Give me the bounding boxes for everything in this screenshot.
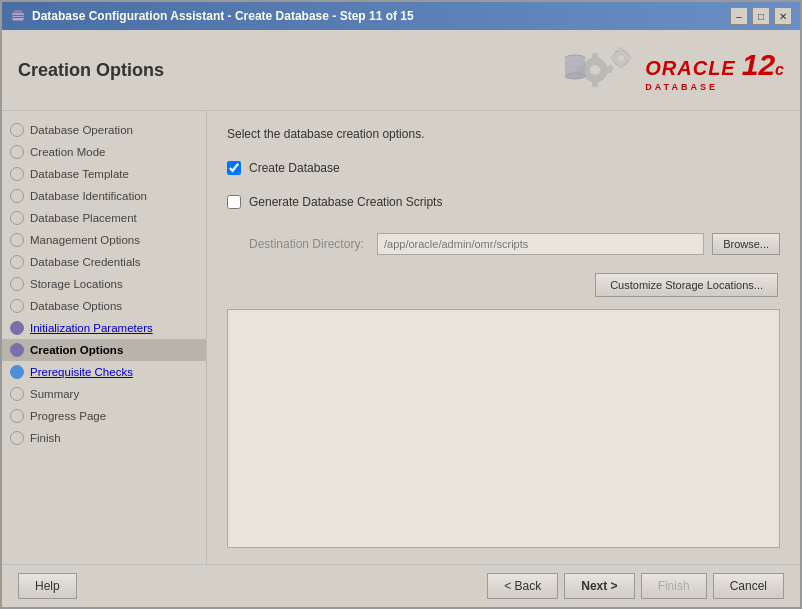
sidebar-item-prerequisite-checks[interactable]: Prerequisite Checks: [2, 361, 206, 383]
sidebar-item-creation-options: Creation Options: [2, 339, 206, 361]
generate-scripts-label: Generate Database Creation Scripts: [249, 195, 442, 209]
database-text: DATABASE: [645, 82, 718, 92]
content-area: Select the database creation options. Cr…: [207, 111, 800, 564]
version-number: 12: [742, 48, 775, 82]
step-indicator-11: [10, 343, 24, 357]
oracle-text: ORACLE: [645, 57, 735, 80]
sidebar-label-database-template: Database Template: [30, 168, 129, 180]
create-database-row: Create Database: [227, 161, 780, 175]
back-button[interactable]: < Back: [487, 573, 558, 599]
sidebar-item-database-placement: Database Placement: [2, 207, 206, 229]
step-indicator-15: [10, 431, 24, 445]
generate-scripts-checkbox[interactable]: [227, 195, 241, 209]
main-window: Database Configuration Assistant - Creat…: [0, 0, 802, 609]
step-indicator-8: [10, 277, 24, 291]
sidebar-label-database-options: Database Options: [30, 300, 122, 312]
svg-rect-7: [592, 81, 598, 87]
sidebar-item-management-options: Management Options: [2, 229, 206, 251]
step-indicator-14: [10, 409, 24, 423]
customize-storage-button[interactable]: Customize Storage Locations...: [595, 273, 778, 297]
gear-graphic: [565, 40, 645, 100]
oracle-logo: ORACLE 12c DATABASE: [565, 40, 784, 100]
browse-button[interactable]: Browse...: [712, 233, 780, 255]
svg-rect-3: [13, 17, 23, 18]
sidebar-item-initialization-parameters[interactable]: Initialization Parameters: [2, 317, 206, 339]
finish-button[interactable]: Finish: [641, 573, 707, 599]
gear-svg: [565, 40, 645, 100]
maximize-button[interactable]: □: [752, 7, 770, 25]
svg-rect-15: [619, 65, 623, 69]
step-indicator-5: [10, 211, 24, 225]
help-button[interactable]: Help: [18, 573, 77, 599]
generate-scripts-row: Generate Database Creation Scripts: [227, 195, 780, 209]
step-indicator-3: [10, 167, 24, 181]
svg-rect-0: [12, 12, 24, 21]
create-database-label: Create Database: [249, 161, 340, 175]
title-bar-controls: – □ ✕: [730, 7, 792, 25]
page-title: Creation Options: [18, 60, 164, 81]
sidebar-item-creation-mode: Creation Mode: [2, 141, 206, 163]
sidebar-label-database-credentials: Database Credentials: [30, 256, 141, 268]
sidebar-item-summary: Summary: [2, 383, 206, 405]
main-content: Database Operation Creation Mode Databas…: [2, 111, 800, 564]
step-indicator-4: [10, 189, 24, 203]
svg-rect-14: [619, 47, 623, 51]
svg-point-20: [565, 73, 585, 79]
create-database-checkbox[interactable]: [227, 161, 241, 175]
sidebar-item-database-operation: Database Operation: [2, 119, 206, 141]
sidebar-label-progress-page: Progress Page: [30, 410, 106, 422]
step-indicator-2: [10, 145, 24, 159]
step-indicator-1: [10, 123, 24, 137]
step-indicator-6: [10, 233, 24, 247]
svg-point-22: [565, 66, 585, 72]
sidebar-label-storage-locations: Storage Locations: [30, 278, 123, 290]
sidebar-item-storage-locations: Storage Locations: [2, 273, 206, 295]
svg-point-13: [618, 55, 624, 61]
sidebar-item-database-template: Database Template: [2, 163, 206, 185]
sidebar-label-creation-options: Creation Options: [30, 344, 123, 356]
app-icon: [10, 8, 26, 24]
version-suffix: c: [775, 61, 784, 79]
footer-right: < Back Next > Finish Cancel: [487, 573, 784, 599]
svg-rect-6: [592, 53, 598, 59]
step-indicator-9: [10, 299, 24, 313]
cancel-button[interactable]: Cancel: [713, 573, 784, 599]
header-section: Creation Options: [2, 30, 800, 111]
sidebar-label-summary: Summary: [30, 388, 79, 400]
step-indicator-7: [10, 255, 24, 269]
sidebar-label-database-operation: Database Operation: [30, 124, 133, 136]
sidebar: Database Operation Creation Mode Databas…: [2, 111, 207, 564]
title-bar-left: Database Configuration Assistant - Creat…: [10, 8, 414, 24]
svg-rect-16: [628, 56, 632, 60]
title-bar-text: Database Configuration Assistant - Creat…: [32, 9, 414, 23]
destination-label: Destination Directory:: [249, 237, 369, 251]
footer: Help < Back Next > Finish Cancel: [2, 564, 800, 607]
log-area: [227, 309, 780, 548]
sidebar-item-finish: Finish: [2, 427, 206, 449]
sidebar-label-prerequisite-checks: Prerequisite Checks: [30, 366, 133, 378]
sidebar-label-creation-mode: Creation Mode: [30, 146, 105, 158]
destination-directory-row: Destination Directory: Browse...: [249, 233, 780, 255]
close-button[interactable]: ✕: [774, 7, 792, 25]
oracle-brand: ORACLE 12c DATABASE: [645, 48, 784, 92]
sidebar-label-initialization-parameters: Initialization Parameters: [30, 322, 153, 334]
step-indicator-10: [10, 321, 24, 335]
next-button[interactable]: Next >: [564, 573, 634, 599]
svg-rect-1: [14, 10, 22, 13]
destination-input[interactable]: [377, 233, 704, 255]
footer-left: Help: [18, 573, 77, 599]
title-bar: Database Configuration Assistant - Creat…: [2, 2, 800, 30]
sidebar-item-database-credentials: Database Credentials: [2, 251, 206, 273]
sidebar-item-progress-page: Progress Page: [2, 405, 206, 427]
minimize-button[interactable]: –: [730, 7, 748, 25]
sidebar-label-management-options: Management Options: [30, 234, 140, 246]
sidebar-label-database-placement: Database Placement: [30, 212, 137, 224]
step-indicator-13: [10, 387, 24, 401]
sidebar-item-database-identification: Database Identification: [2, 185, 206, 207]
version-block: 12c: [736, 48, 784, 82]
svg-point-5: [590, 65, 600, 75]
svg-rect-2: [13, 15, 23, 16]
svg-rect-17: [610, 56, 614, 60]
customize-row: Customize Storage Locations...: [227, 267, 780, 297]
step-indicator-12: [10, 365, 24, 379]
